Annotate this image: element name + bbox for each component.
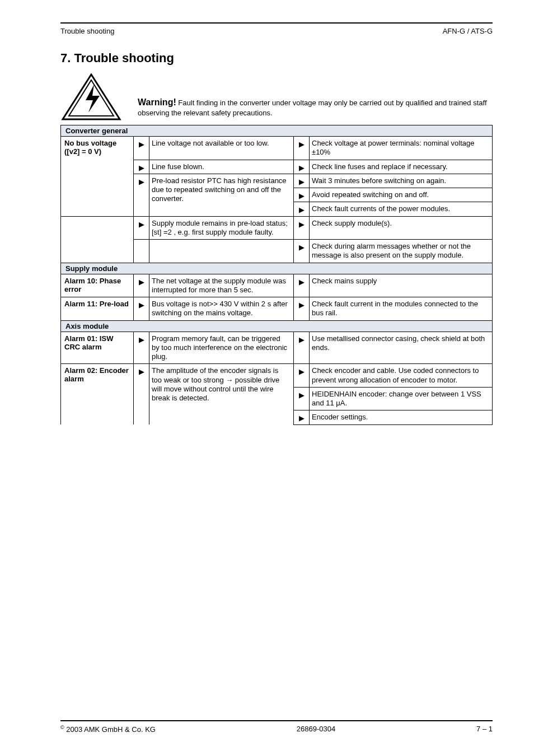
triangle-right-icon: ▶ (299, 140, 305, 148)
triangle-right-icon: ▶ (299, 243, 305, 251)
fault-cell (61, 174, 134, 216)
table-category-row: Converter general (61, 125, 493, 137)
category-label: Axis module (61, 320, 493, 332)
header-right: AFN-G / ATS-G (443, 27, 493, 35)
triangle-right-icon: ▶ (299, 414, 305, 422)
remedy-cell: Use metallised connector casing, check s… (310, 332, 493, 364)
header-left: Trouble shooting (60, 27, 114, 35)
remedy-cell: Check encoder and cable. Use coded conne… (310, 364, 493, 388)
warning-text: Warning! Fault finding in the converter … (138, 97, 493, 122)
page-footer: © 2003 AMK GmbH & Co. KG 26869-0304 7 – … (60, 720, 493, 734)
cause-cell: Line voltage not available or too low. (149, 137, 294, 160)
table-row: ▶ Supply module remains in pre-load stat… (61, 216, 493, 240)
triangle-right-icon: ▶ (299, 278, 305, 286)
triangle-right-icon: ▶ (299, 192, 305, 200)
table-row: Alarm 11: Pre-load ▶ Bus voltage is not>… (61, 297, 493, 321)
triangle-right-icon: ▶ (299, 391, 305, 399)
remedy-cell: Check during alarm messages whether or n… (310, 240, 493, 263)
cause-cell: The amplitude of the encoder signals is … (149, 364, 294, 424)
remedy-cell: Encoder settings. (310, 410, 493, 424)
remedy-cell: HEIDENHAIN encoder: change over between … (310, 387, 493, 410)
fault-cell: No bus voltage ([v2] = 0 V) (61, 137, 134, 160)
fault-cell (61, 160, 134, 174)
remedy-cell: Check supply module(s). (310, 216, 493, 240)
copyright-icon: © (60, 725, 64, 730)
remedy-cell: Check line fuses and replace if necessar… (310, 160, 493, 174)
cause-cell: The net voltage at the supply module was… (149, 274, 294, 297)
remedy-cell: Avoid repeated switching on and off. (310, 188, 493, 202)
triangle-right-icon: ▶ (139, 220, 144, 228)
table-row: ▶ Pre-load resistor PTC has high resista… (61, 174, 493, 188)
remedy-cell: Check fault current in the modules conne… (310, 297, 493, 321)
triangle-right-icon: ▶ (139, 178, 144, 186)
cause-cell: Line fuse blown. (149, 160, 294, 174)
high-voltage-warning-icon (60, 73, 122, 122)
table-category-row: Axis module (61, 320, 493, 332)
table-row: Alarm 02: Encoder alarm ▶ The amplitude … (61, 364, 493, 388)
fault-cell: Alarm 10: Phase error (61, 274, 134, 297)
footer-mid: 26869-0304 (297, 725, 335, 734)
triangle-right-icon: ▶ (139, 335, 144, 344)
triangle-right-icon: ▶ (139, 367, 144, 376)
triangle-right-icon: ▶ (299, 335, 305, 344)
warning-block: Warning! Fault finding in the converter … (60, 73, 493, 122)
table-row: No bus voltage ([v2] = 0 V) ▶ Line volta… (61, 137, 493, 160)
triangle-right-icon: ▶ (139, 140, 144, 148)
triangle-right-icon: ▶ (139, 301, 144, 309)
triangle-right-icon: ▶ (299, 206, 305, 214)
fault-cell: Alarm 01: ISW CRC alarm (61, 332, 134, 364)
triangle-right-icon: ▶ (299, 301, 305, 309)
fault-cell (61, 240, 134, 263)
cause-cell: Program memory fault, can be triggered b… (149, 332, 294, 364)
section-title: 7. Trouble shooting (60, 51, 493, 66)
cause-cell (149, 240, 294, 263)
remedy-cell: Wait 3 minutes before switching on again… (310, 174, 493, 188)
triangle-right-icon: ▶ (139, 278, 144, 286)
triangle-right-icon: ▶ (299, 220, 305, 228)
table-row: ▶ Check during alarm messages whether or… (61, 240, 493, 263)
table-category-row: Supply module (61, 263, 493, 274)
triangle-right-icon: ▶ (299, 178, 305, 186)
remedy-cell: Check fault currents of the power module… (310, 202, 493, 216)
triangle-right-icon: ▶ (299, 164, 305, 172)
category-label: Converter general (61, 125, 493, 137)
footer-right: 7 – 1 (476, 725, 493, 734)
cause-cell: Bus voltage is not>> 430 V within 2 s af… (149, 297, 294, 321)
fault-cell (61, 216, 134, 240)
table-row: Alarm 01: ISW CRC alarm ▶ Program memory… (61, 332, 493, 364)
cause-cell: Pre-load resistor PTC has high resistanc… (149, 174, 294, 216)
table-row: Alarm 10: Phase error ▶ The net voltage … (61, 274, 493, 297)
remedy-cell: Check voltage at power terminals: nomina… (310, 137, 493, 160)
category-label: Supply module (61, 263, 493, 274)
fault-cell: Alarm 11: Pre-load (61, 297, 134, 321)
page-header: Trouble shooting AFN-G / ATS-G (60, 27, 493, 35)
table-row: ▶ Line fuse blown. ▶ Check line fuses an… (61, 160, 493, 174)
triangle-right-icon: ▶ (139, 164, 144, 172)
warning-label: Warning! (138, 97, 176, 107)
triangle-right-icon: ▶ (299, 367, 305, 376)
remedy-cell: Check mains supply (310, 274, 493, 297)
troubleshooting-table: Converter general No bus voltage ([v2] =… (60, 125, 493, 425)
fault-cell: Alarm 02: Encoder alarm (61, 364, 134, 424)
cause-cell: Supply module remains in pre-load status… (149, 216, 294, 240)
warning-body: Fault finding in the converter under vol… (138, 99, 487, 117)
footer-left: © 2003 AMK GmbH & Co. KG (60, 725, 156, 734)
